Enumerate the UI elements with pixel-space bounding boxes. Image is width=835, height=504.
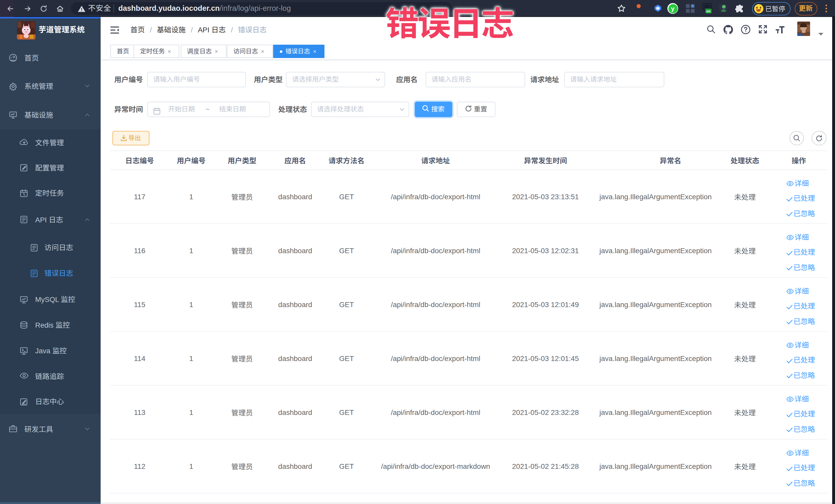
svg-text:on: on <box>707 9 711 13</box>
